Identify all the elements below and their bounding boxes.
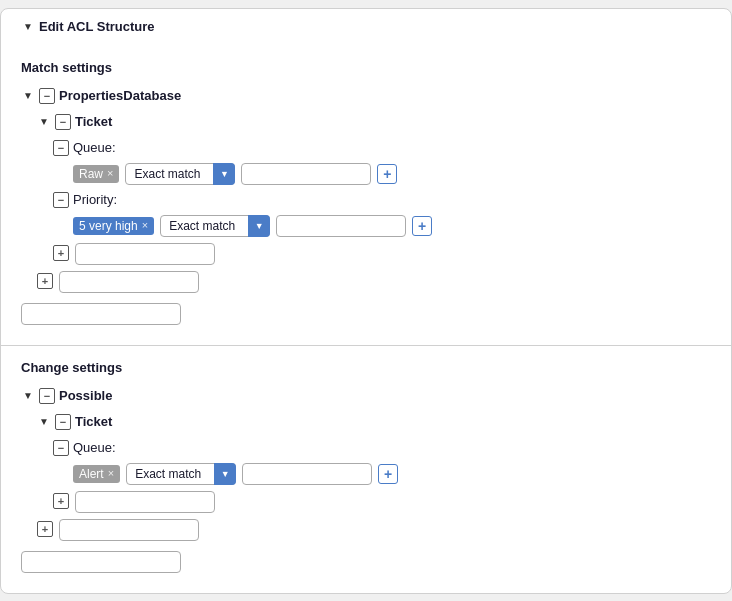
match-extra-expand-1[interactable]: +: [53, 245, 69, 261]
properties-db-label: PropertiesDatabase: [59, 88, 181, 103]
change-ticket-node: ▼ − Ticket − Queue: Alert ×: [37, 411, 711, 541]
change-extra-row-2: +: [37, 517, 711, 541]
change-queue-value-input[interactable]: [242, 463, 372, 485]
change-bottom-row: [21, 549, 711, 573]
priority-add-button[interactable]: +: [412, 216, 432, 236]
queue-label: Queue:: [73, 140, 116, 155]
match-ticket-row: ▼ − Ticket: [37, 111, 711, 133]
queue-tag-close[interactable]: ×: [107, 168, 113, 179]
change-ticket-label: Ticket: [75, 414, 112, 429]
queue-field-node: − Queue: Raw × Exact match Regex match: [53, 137, 711, 185]
root-toggle-icon[interactable]: ▼: [21, 19, 35, 33]
change-extra-expand-1[interactable]: +: [53, 493, 69, 509]
possible-collapse-icon[interactable]: −: [39, 388, 55, 404]
change-extra-expand-2[interactable]: +: [37, 521, 53, 537]
change-extra-field-2: +: [37, 517, 711, 541]
match-settings-section: Match settings ▼ − PropertiesDatabase ▼ …: [1, 46, 731, 345]
priority-tag: 5 very high ×: [73, 217, 154, 235]
change-queue-collapse-icon[interactable]: −: [53, 440, 69, 456]
match-extra-field-2: +: [37, 269, 711, 293]
match-extra-input-2[interactable]: [59, 271, 199, 293]
priority-label-row: − Priority:: [53, 189, 711, 211]
change-queue-tag-text: Alert: [79, 467, 104, 481]
queue-tag-text: Raw: [79, 167, 103, 181]
match-extra-row-1: +: [53, 241, 711, 265]
change-ticket-toggle[interactable]: ▼: [37, 415, 51, 429]
queue-collapse-icon[interactable]: −: [53, 140, 69, 156]
queue-field-row: Raw × Exact match Regex match Not match: [73, 163, 711, 185]
match-extra-input-1[interactable]: [75, 243, 215, 265]
change-extra-row-1: +: [53, 489, 711, 513]
match-ticket-toggle[interactable]: ▼: [37, 115, 51, 129]
change-extra-field-1: +: [53, 489, 711, 513]
change-queue-tag: Alert ×: [73, 465, 120, 483]
possible-label: Possible: [59, 388, 112, 403]
window-title: Edit ACL Structure: [39, 19, 155, 34]
queue-tag: Raw ×: [73, 165, 119, 183]
properties-db-collapse-icon[interactable]: −: [39, 88, 55, 104]
priority-match-select[interactable]: Exact match Regex match Not match: [160, 215, 270, 237]
match-ticket-node: ▼ − Ticket − Queue: Raw ×: [37, 111, 711, 293]
change-queue-match-select[interactable]: Exact match Regex match Not match: [126, 463, 236, 485]
change-queue-field-node: − Queue: Alert × Exact match Regex match: [53, 437, 711, 485]
change-queue-match-select-wrapper: Exact match Regex match Not match: [126, 463, 236, 485]
queue-value-input[interactable]: [241, 163, 371, 185]
priority-label: Priority:: [73, 192, 117, 207]
possible-tree: ▼ − Possible ▼ − Ticket − Queue:: [21, 385, 711, 541]
change-ticket-row: ▼ − Ticket: [37, 411, 711, 433]
acl-structure-panel: ▼ Edit ACL Structure Match settings ▼ − …: [0, 8, 732, 594]
change-queue-add-button[interactable]: +: [378, 464, 398, 484]
change-bottom-input[interactable]: [21, 551, 181, 573]
match-ticket-collapse-icon[interactable]: −: [55, 114, 71, 130]
change-extra-input-2[interactable]: [59, 519, 199, 541]
queue-match-select[interactable]: Exact match Regex match Not match: [125, 163, 235, 185]
priority-field-node: − Priority: 5 very high × Exact match Re…: [53, 189, 711, 237]
change-ticket-collapse-icon[interactable]: −: [55, 414, 71, 430]
queue-match-select-wrapper: Exact match Regex match Not match: [125, 163, 235, 185]
possible-row: ▼ − Possible: [21, 385, 711, 407]
possible-toggle[interactable]: ▼: [21, 389, 35, 403]
change-queue-label-row: − Queue:: [53, 437, 711, 459]
properties-db-row: ▼ − PropertiesDatabase: [21, 85, 711, 107]
match-extra-row-2: +: [37, 269, 711, 293]
match-bottom-row: [21, 301, 711, 325]
priority-value-input[interactable]: [276, 215, 406, 237]
priority-collapse-icon[interactable]: −: [53, 192, 69, 208]
match-settings-title: Match settings: [21, 60, 711, 75]
match-extra-expand-2[interactable]: +: [37, 273, 53, 289]
match-extra-field-1: +: [53, 241, 711, 265]
change-queue-field-row: Alert × Exact match Regex match Not matc…: [73, 463, 711, 485]
change-queue-label: Queue:: [73, 440, 116, 455]
properties-db-tree: ▼ − PropertiesDatabase ▼ − Ticket − Queu…: [21, 85, 711, 293]
priority-tag-text: 5 very high: [79, 219, 138, 233]
change-settings-title: Change settings: [21, 360, 711, 375]
properties-db-toggle[interactable]: ▼: [21, 89, 35, 103]
priority-field-row: 5 very high × Exact match Regex match No…: [73, 215, 711, 237]
priority-match-select-wrapper: Exact match Regex match Not match: [160, 215, 270, 237]
change-queue-tag-close[interactable]: ×: [108, 468, 114, 479]
title-bar: ▼ Edit ACL Structure: [1, 9, 731, 38]
queue-add-button[interactable]: +: [377, 164, 397, 184]
priority-tag-close[interactable]: ×: [142, 220, 148, 231]
match-ticket-label: Ticket: [75, 114, 112, 129]
change-extra-input-1[interactable]: [75, 491, 215, 513]
queue-label-row: − Queue:: [53, 137, 711, 159]
change-settings-section: Change settings ▼ − Possible ▼ − Ticket …: [1, 346, 731, 593]
match-bottom-input[interactable]: [21, 303, 181, 325]
